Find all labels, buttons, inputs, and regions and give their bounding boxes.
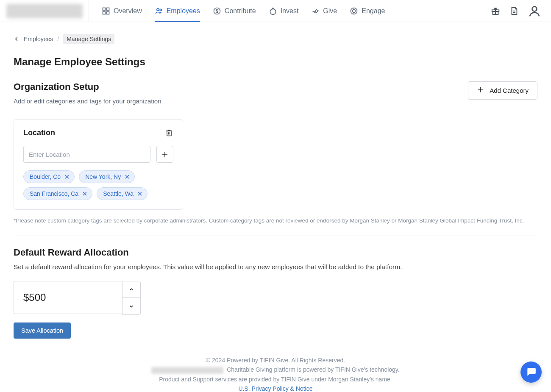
tag-label: Seattle, Wa xyxy=(103,190,134,197)
add-category-button[interactable]: Add Category xyxy=(468,81,537,100)
footer-line-1: © 2024 Powered by TIFIN Give. All Rights… xyxy=(14,356,537,365)
delete-category-button[interactable] xyxy=(165,128,173,137)
engage-icon xyxy=(350,7,358,15)
employees-icon xyxy=(155,7,163,15)
org-setup-subtitle: Add or edit categories and tags for your… xyxy=(14,97,161,105)
svg-point-12 xyxy=(532,6,537,11)
breadcrumb-parent[interactable]: Employees xyxy=(24,36,53,42)
nav-tab-engage[interactable]: Engage xyxy=(350,0,385,22)
logo-blurred xyxy=(6,4,83,18)
profile-icon[interactable] xyxy=(528,5,541,17)
footer: © 2024 Powered by TIFIN Give. All Rights… xyxy=(14,356,537,392)
contribute-icon xyxy=(213,7,221,15)
org-setup-disclaimer: *Please note custom category tags are se… xyxy=(14,217,537,224)
add-category-label: Add Category xyxy=(490,87,529,94)
save-allocation-button[interactable]: Save Allocation xyxy=(14,322,71,339)
remove-tag-icon[interactable] xyxy=(82,191,88,197)
plus-icon xyxy=(477,86,484,95)
svg-rect-3 xyxy=(107,11,109,14)
nav-tab-give[interactable]: Give xyxy=(311,0,337,22)
chat-icon xyxy=(526,366,537,378)
nav-tab-label: Employees xyxy=(167,7,200,15)
overview-icon xyxy=(102,7,110,15)
nav-tab-label: Contribute xyxy=(225,7,256,15)
svg-point-4 xyxy=(157,8,159,11)
gift-icon[interactable] xyxy=(491,6,500,16)
allocation-value[interactable]: $500 xyxy=(14,281,122,314)
svg-point-5 xyxy=(160,9,161,11)
nav-tab-overview[interactable]: Overview xyxy=(102,0,142,22)
top-nav: Overview Employees Contribute Invest Giv xyxy=(0,0,551,22)
nav-tab-label: Invest xyxy=(281,7,299,15)
remove-tag-icon[interactable] xyxy=(137,191,143,197)
breadcrumb-separator: / xyxy=(57,36,59,42)
nav-tab-invest[interactable]: Invest xyxy=(269,0,299,22)
invest-icon xyxy=(269,7,277,15)
section-divider xyxy=(14,236,537,236)
document-icon[interactable] xyxy=(509,6,519,16)
nav-tab-employees[interactable]: Employees xyxy=(155,0,200,22)
org-setup-title: Organization Setup xyxy=(14,81,161,92)
stepper-up-button[interactable] xyxy=(122,281,140,298)
tag-label: Boulder, Co xyxy=(30,173,61,180)
add-tag-button[interactable] xyxy=(156,146,173,163)
default-reward-description: Set a default reward allocation for your… xyxy=(14,263,537,271)
nav-tab-label: Overview xyxy=(114,7,142,15)
privacy-link[interactable]: U.S. Privacy Policy & Notice xyxy=(238,385,312,392)
remove-tag-icon[interactable] xyxy=(64,174,70,180)
svg-point-9 xyxy=(353,9,356,12)
allocation-stepper xyxy=(122,281,141,315)
logo-area xyxy=(0,0,89,22)
nav-tab-label: Engage xyxy=(362,7,385,15)
tag-label: San Francisco, Ca xyxy=(30,190,78,197)
footer-line-3: Product and Support services are provide… xyxy=(14,375,537,384)
tag-label: New York, Ny xyxy=(85,173,121,180)
breadcrumb: Employees / Manage Settings xyxy=(14,34,537,44)
remove-tag-icon[interactable] xyxy=(124,174,130,180)
tag-item: Boulder, Co xyxy=(23,170,75,183)
nav-right xyxy=(491,5,541,17)
chat-fab[interactable] xyxy=(520,361,542,383)
default-reward-title: Default Reward Allocation xyxy=(14,247,537,258)
allocation-row: $500 xyxy=(14,281,537,315)
category-card-location: Location Boulder, Co New York, Ny San Fr… xyxy=(14,119,183,210)
tag-item: San Francisco, Ca xyxy=(23,187,92,200)
svg-rect-1 xyxy=(107,8,109,10)
page-title: Manage Employee Settings xyxy=(14,56,537,68)
svg-rect-13 xyxy=(167,131,171,136)
footer-blurred-company xyxy=(151,367,223,374)
stepper-down-button[interactable] xyxy=(122,298,140,314)
tag-row: Boulder, Co New York, Ny San Francisco, … xyxy=(23,170,173,200)
svg-rect-2 xyxy=(103,11,106,14)
nav-tabs: Overview Employees Contribute Invest Giv xyxy=(102,0,385,22)
footer-line-2-tail: Charitable Giving platform is powered by… xyxy=(227,366,400,373)
svg-rect-0 xyxy=(103,8,106,10)
breadcrumb-current: Manage Settings xyxy=(63,34,114,44)
tag-item: Seattle, Wa xyxy=(97,187,147,200)
nav-tab-label: Give xyxy=(323,7,337,15)
give-icon xyxy=(311,7,320,15)
category-card-title: Location xyxy=(23,128,55,137)
back-chevron-icon[interactable] xyxy=(14,36,19,42)
nav-tab-contribute[interactable]: Contribute xyxy=(213,0,256,22)
footer-line-2: Charitable Giving platform is powered by… xyxy=(14,365,537,374)
tag-item: New York, Ny xyxy=(79,170,135,183)
location-input[interactable] xyxy=(23,146,150,163)
